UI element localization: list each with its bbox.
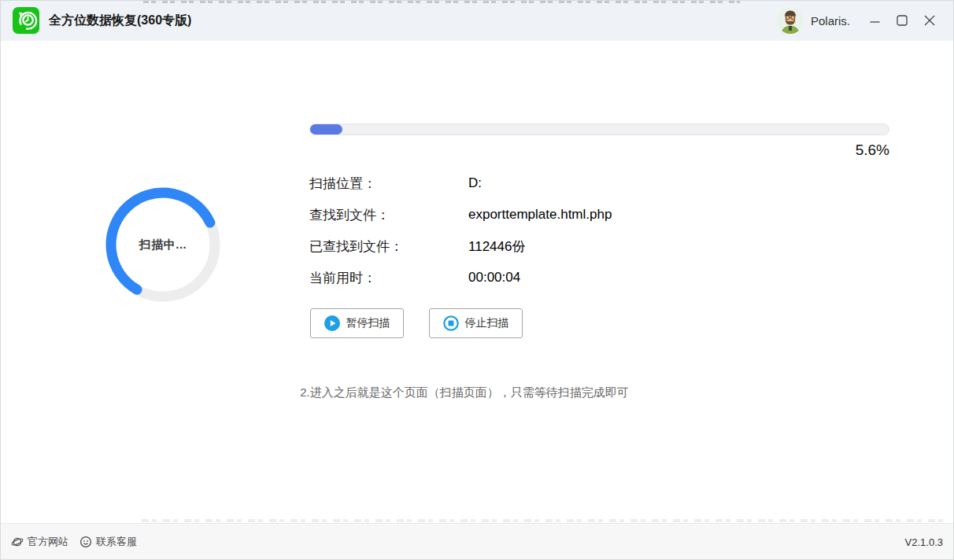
official-website-link[interactable]: 官方网站	[11, 535, 68, 549]
info-value: 00:00:04	[468, 270, 520, 286]
contact-support-link[interactable]: 联系客服	[80, 535, 137, 549]
progress-fill	[310, 124, 342, 134]
pause-scan-label: 暂停扫描	[346, 316, 390, 330]
info-row-location: 扫描位置： D:	[309, 168, 612, 199]
spinner-label: 扫描中...	[105, 186, 221, 303]
screenshot-bleed-bottom	[142, 519, 948, 522]
scan-spinner: 扫描中...	[105, 186, 221, 303]
info-value: exporttemplate.html.php	[468, 207, 612, 223]
info-value: D:	[468, 175, 482, 191]
scan-info-list: 扫描位置： D: 查找到文件： exporttemplate.html.php …	[309, 168, 612, 293]
app-version: V2.1.0.3	[905, 536, 943, 548]
app-title: 全方位数据恢复(360专版)	[49, 13, 191, 29]
info-label: 查找到文件：	[309, 206, 468, 224]
planet-icon	[11, 536, 24, 548]
progress-percent: 5.6%	[309, 142, 889, 159]
info-label: 当前用时：	[309, 269, 468, 287]
info-row-elapsed-time: 当前用时： 00:00:04	[309, 262, 612, 293]
official-website-label: 官方网站	[28, 535, 68, 549]
info-label: 扫描位置：	[309, 175, 468, 193]
stop-scan-label: 停止扫描	[465, 316, 509, 330]
pause-scan-button[interactable]: 暂停扫描	[310, 308, 404, 338]
footer: 官方网站 联系客服 V2.1.0.3	[0, 523, 954, 560]
instruction-caption: 2.进入之后就是这个页面（扫描页面），只需等待扫描完成即可	[0, 385, 929, 400]
minimize-button[interactable]	[861, 7, 888, 34]
customer-service-icon	[80, 536, 92, 548]
stop-scan-button[interactable]: 停止扫描	[429, 308, 523, 338]
scan-actions: 暂停扫描 停止扫描	[310, 308, 523, 338]
play-circle-icon	[324, 315, 340, 331]
info-value: 112446份	[468, 238, 525, 256]
stop-circle-icon	[443, 315, 459, 331]
user-name: Polaris.	[811, 14, 850, 28]
maximize-button[interactable]	[889, 7, 915, 34]
info-row-current-file: 查找到文件： exporttemplate.html.php	[309, 199, 612, 230]
user-avatar[interactable]	[777, 7, 804, 34]
progress-bar	[309, 123, 889, 135]
info-label: 已查找到文件：	[309, 238, 468, 256]
info-row-files-found: 已查找到文件： 112446份	[309, 230, 612, 262]
titlebar: 全方位数据恢复(360专版) Polaris.	[0, 0, 954, 41]
contact-support-label: 联系客服	[96, 535, 137, 549]
close-button[interactable]	[916, 7, 943, 34]
app-logo-icon	[13, 7, 39, 34]
